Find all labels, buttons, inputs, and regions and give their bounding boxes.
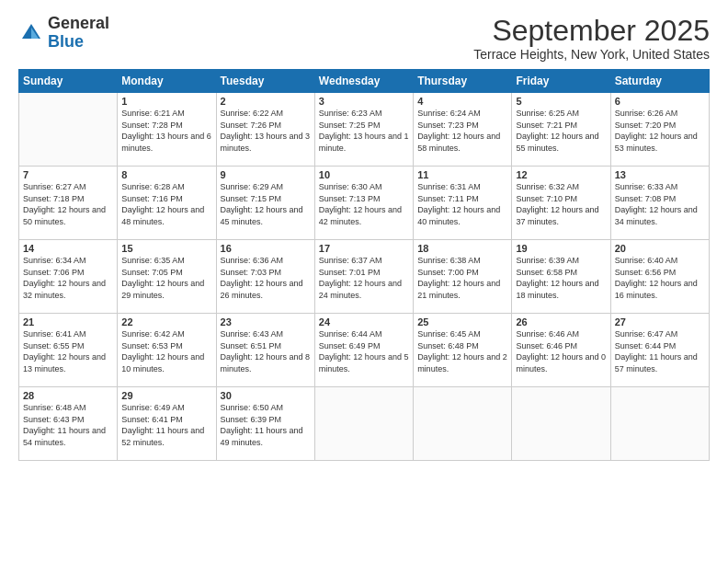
title-block: September 2025 Terrace Heights, New York… [473, 15, 710, 62]
col-sunday: Sunday [19, 70, 118, 93]
calendar-cell: 10Sunrise: 6:30 AMSunset: 7:13 PMDayligh… [314, 167, 413, 240]
calendar-cell: 27Sunrise: 6:47 AMSunset: 6:44 PMDayligh… [610, 314, 709, 387]
logo-general: General [48, 14, 109, 32]
day-number: 20 [615, 243, 705, 254]
calendar-cell: 30Sunrise: 6:50 AMSunset: 6:39 PMDayligh… [216, 387, 314, 461]
calendar-header-row: Sunday Monday Tuesday Wednesday Thursday… [19, 70, 710, 93]
day-number: 7 [23, 169, 113, 180]
calendar-cell: 1Sunrise: 6:21 AMSunset: 7:28 PMDaylight… [118, 93, 216, 167]
calendar-cell: 12Sunrise: 6:32 AMSunset: 7:10 PMDayligh… [512, 167, 610, 240]
day-info: Sunrise: 6:30 AMSunset: 7:13 PMDaylight:… [319, 181, 409, 227]
day-number: 2 [221, 96, 311, 107]
day-info: Sunrise: 6:22 AMSunset: 7:26 PMDaylight:… [221, 108, 311, 154]
day-info: Sunrise: 6:49 AMSunset: 6:41 PMDaylight:… [121, 402, 211, 448]
calendar-cell: 21Sunrise: 6:41 AMSunset: 6:55 PMDayligh… [19, 314, 118, 387]
day-info: Sunrise: 6:48 AMSunset: 6:43 PMDaylight:… [23, 402, 113, 448]
calendar-week-2: 7Sunrise: 6:27 AMSunset: 7:18 PMDaylight… [19, 167, 710, 240]
day-number: 29 [121, 390, 211, 401]
calendar-cell: 11Sunrise: 6:31 AMSunset: 7:11 PMDayligh… [414, 167, 512, 240]
header: General Blue September 2025 Terrace Heig… [18, 15, 710, 62]
day-info: Sunrise: 6:35 AMSunset: 7:05 PMDaylight:… [121, 255, 211, 301]
calendar-cell: 20Sunrise: 6:40 AMSunset: 6:56 PMDayligh… [610, 240, 709, 314]
day-info: Sunrise: 6:43 AMSunset: 6:51 PMDaylight:… [221, 328, 311, 374]
day-number: 4 [417, 96, 507, 107]
day-info: Sunrise: 6:26 AMSunset: 7:20 PMDaylight:… [615, 108, 705, 154]
day-info: Sunrise: 6:34 AMSunset: 7:06 PMDaylight:… [23, 255, 113, 301]
calendar-cell: 7Sunrise: 6:27 AMSunset: 7:18 PMDaylight… [19, 167, 118, 240]
day-info: Sunrise: 6:21 AMSunset: 7:28 PMDaylight:… [121, 108, 211, 154]
calendar-cell: 9Sunrise: 6:29 AMSunset: 7:15 PMDaylight… [216, 167, 314, 240]
col-tuesday: Tuesday [216, 70, 314, 93]
day-number: 10 [319, 169, 409, 180]
day-number: 28 [23, 390, 113, 401]
calendar-cell: 16Sunrise: 6:36 AMSunset: 7:03 PMDayligh… [216, 240, 314, 314]
calendar-cell [610, 387, 709, 461]
day-info: Sunrise: 6:25 AMSunset: 7:21 PMDaylight:… [516, 108, 606, 154]
calendar-cell: 6Sunrise: 6:26 AMSunset: 7:20 PMDaylight… [610, 93, 709, 167]
calendar-cell: 17Sunrise: 6:37 AMSunset: 7:01 PMDayligh… [314, 240, 413, 314]
calendar-cell: 23Sunrise: 6:43 AMSunset: 6:51 PMDayligh… [216, 314, 314, 387]
day-info: Sunrise: 6:37 AMSunset: 7:01 PMDaylight:… [319, 255, 409, 301]
day-info: Sunrise: 6:44 AMSunset: 6:49 PMDaylight:… [319, 328, 409, 374]
calendar-cell: 18Sunrise: 6:38 AMSunset: 7:00 PMDayligh… [414, 240, 512, 314]
day-number: 14 [23, 243, 113, 254]
calendar-week-3: 14Sunrise: 6:34 AMSunset: 7:06 PMDayligh… [19, 240, 710, 314]
calendar-cell: 25Sunrise: 6:45 AMSunset: 6:48 PMDayligh… [414, 314, 512, 387]
calendar-cell [414, 387, 512, 461]
day-info: Sunrise: 6:33 AMSunset: 7:08 PMDaylight:… [615, 181, 705, 227]
calendar-cell [19, 93, 118, 167]
day-info: Sunrise: 6:27 AMSunset: 7:18 PMDaylight:… [23, 181, 113, 227]
calendar-cell: 24Sunrise: 6:44 AMSunset: 6:49 PMDayligh… [314, 314, 413, 387]
day-number: 6 [615, 96, 705, 107]
day-number: 12 [516, 169, 606, 180]
day-info: Sunrise: 6:47 AMSunset: 6:44 PMDaylight:… [615, 328, 705, 374]
day-number: 9 [221, 169, 311, 180]
calendar-week-4: 21Sunrise: 6:41 AMSunset: 6:55 PMDayligh… [19, 314, 710, 387]
day-info: Sunrise: 6:32 AMSunset: 7:10 PMDaylight:… [516, 181, 606, 227]
day-number: 26 [516, 316, 606, 327]
day-info: Sunrise: 6:36 AMSunset: 7:03 PMDaylight:… [221, 255, 311, 301]
calendar-week-1: 1Sunrise: 6:21 AMSunset: 7:28 PMDaylight… [19, 93, 710, 167]
logo-blue: Blue [48, 32, 84, 51]
subtitle: Terrace Heights, New York, United States [473, 47, 710, 62]
col-monday: Monday [118, 70, 216, 93]
day-number: 27 [615, 316, 705, 327]
calendar-cell: 29Sunrise: 6:49 AMSunset: 6:41 PMDayligh… [118, 387, 216, 461]
day-number: 19 [516, 243, 606, 254]
day-number: 21 [23, 316, 113, 327]
day-number: 17 [319, 243, 409, 254]
day-number: 18 [417, 243, 507, 254]
day-number: 5 [516, 96, 606, 107]
day-number: 30 [221, 390, 311, 401]
day-number: 1 [121, 96, 211, 107]
calendar-week-5: 28Sunrise: 6:48 AMSunset: 6:43 PMDayligh… [19, 387, 710, 461]
col-thursday: Thursday [414, 70, 512, 93]
calendar-cell: 14Sunrise: 6:34 AMSunset: 7:06 PMDayligh… [19, 240, 118, 314]
day-number: 13 [615, 169, 705, 180]
day-number: 23 [221, 316, 311, 327]
day-info: Sunrise: 6:29 AMSunset: 7:15 PMDaylight:… [221, 181, 311, 227]
calendar-cell: 3Sunrise: 6:23 AMSunset: 7:25 PMDaylight… [314, 93, 413, 167]
col-wednesday: Wednesday [314, 70, 413, 93]
day-info: Sunrise: 6:46 AMSunset: 6:46 PMDaylight:… [516, 328, 606, 374]
day-info: Sunrise: 6:42 AMSunset: 6:53 PMDaylight:… [121, 328, 211, 374]
calendar-cell: 13Sunrise: 6:33 AMSunset: 7:08 PMDayligh… [610, 167, 709, 240]
calendar-cell: 26Sunrise: 6:46 AMSunset: 6:46 PMDayligh… [512, 314, 610, 387]
calendar-cell: 8Sunrise: 6:28 AMSunset: 7:16 PMDaylight… [118, 167, 216, 240]
col-friday: Friday [512, 70, 610, 93]
col-saturday: Saturday [610, 70, 709, 93]
calendar-cell: 19Sunrise: 6:39 AMSunset: 6:58 PMDayligh… [512, 240, 610, 314]
month-title: September 2025 [473, 15, 710, 47]
day-info: Sunrise: 6:41 AMSunset: 6:55 PMDaylight:… [23, 328, 113, 374]
day-number: 3 [319, 96, 409, 107]
day-info: Sunrise: 6:45 AMSunset: 6:48 PMDaylight:… [417, 328, 507, 374]
day-number: 11 [417, 169, 507, 180]
day-info: Sunrise: 6:38 AMSunset: 7:00 PMDaylight:… [417, 255, 507, 301]
day-info: Sunrise: 6:23 AMSunset: 7:25 PMDaylight:… [319, 108, 409, 154]
logo: General Blue [18, 15, 109, 52]
day-number: 16 [221, 243, 311, 254]
calendar-cell: 22Sunrise: 6:42 AMSunset: 6:53 PMDayligh… [118, 314, 216, 387]
logo-text: General Blue [48, 15, 109, 52]
day-info: Sunrise: 6:39 AMSunset: 6:58 PMDaylight:… [516, 255, 606, 301]
calendar-cell [512, 387, 610, 461]
